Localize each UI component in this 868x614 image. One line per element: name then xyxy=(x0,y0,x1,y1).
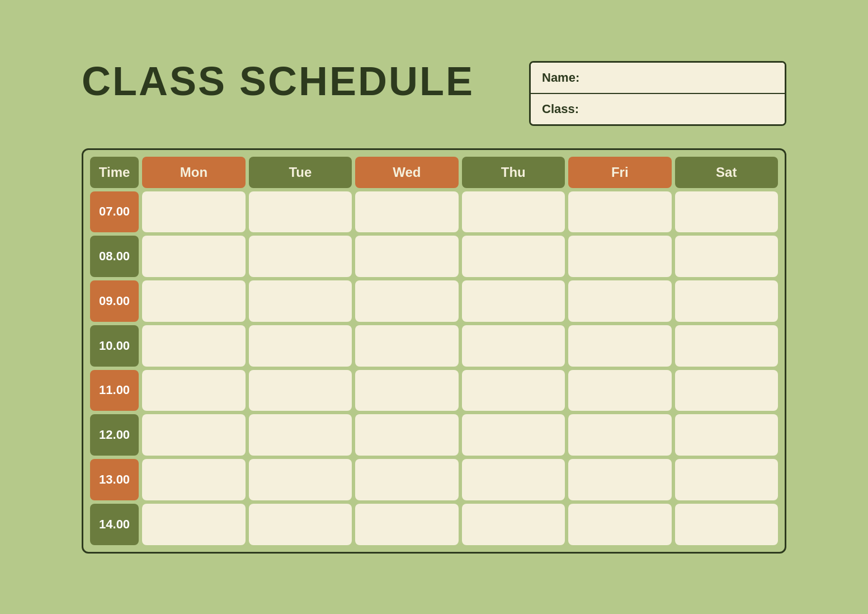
col-fri: Fri xyxy=(568,157,671,188)
cell-mon-0700[interactable] xyxy=(142,191,245,233)
cell-sat-0900[interactable] xyxy=(675,280,779,322)
cell-wed-0900[interactable] xyxy=(355,280,458,322)
cell-thu-1100[interactable] xyxy=(462,370,565,411)
cell-sat-1000[interactable] xyxy=(675,325,779,367)
cell-tue-1200[interactable] xyxy=(249,414,352,456)
table-row: 09.00 xyxy=(90,280,778,322)
cell-tue-0900[interactable] xyxy=(249,280,352,322)
table-row: 08.00 xyxy=(90,236,778,277)
cell-wed-1300[interactable] xyxy=(355,459,458,500)
table-row: 13.00 xyxy=(90,459,778,500)
cell-thu-1000[interactable] xyxy=(462,325,565,367)
time-0800: 08.00 xyxy=(90,236,139,277)
cell-thu-1200[interactable] xyxy=(462,414,565,456)
header-row: Time Mon Tue Wed Thu Fri Sat xyxy=(90,157,778,188)
cell-fri-0700[interactable] xyxy=(568,191,671,233)
class-label[interactable]: Class: xyxy=(531,94,785,124)
cell-tue-1300[interactable] xyxy=(249,459,352,500)
table-row: 12.00 xyxy=(90,414,778,456)
cell-tue-0700[interactable] xyxy=(249,191,352,233)
schedule-table: Time Mon Tue Wed Thu Fri Sat 07.00 xyxy=(83,150,785,552)
cell-mon-1300[interactable] xyxy=(142,459,245,500)
col-tue: Tue xyxy=(249,157,352,188)
col-mon: Mon xyxy=(142,157,245,188)
cell-thu-0900[interactable] xyxy=(462,280,565,322)
cell-thu-1400[interactable] xyxy=(462,504,565,545)
cell-fri-0800[interactable] xyxy=(568,236,671,277)
col-time: Time xyxy=(90,157,139,188)
col-wed: Wed xyxy=(355,157,458,188)
schedule-container: Time Mon Tue Wed Thu Fri Sat 07.00 xyxy=(82,148,786,554)
time-1200: 12.00 xyxy=(90,414,139,456)
page: CLASS SCHEDULE Name: Class: Time Mon Tue… xyxy=(48,39,820,576)
page-title: CLASS SCHEDULE xyxy=(82,61,474,101)
name-label[interactable]: Name: xyxy=(531,63,785,94)
cell-fri-1200[interactable] xyxy=(568,414,671,456)
cell-thu-0700[interactable] xyxy=(462,191,565,233)
cell-sat-0800[interactable] xyxy=(675,236,779,277)
time-0900: 09.00 xyxy=(90,280,139,322)
info-box: Name: Class: xyxy=(529,61,786,126)
cell-fri-0900[interactable] xyxy=(568,280,671,322)
col-sat: Sat xyxy=(675,157,779,188)
cell-tue-1100[interactable] xyxy=(249,370,352,411)
cell-mon-0900[interactable] xyxy=(142,280,245,322)
cell-wed-0800[interactable] xyxy=(355,236,458,277)
cell-fri-1400[interactable] xyxy=(568,504,671,545)
table-row: 14.00 xyxy=(90,504,778,545)
cell-wed-1200[interactable] xyxy=(355,414,458,456)
header: CLASS SCHEDULE Name: Class: xyxy=(82,61,786,126)
table-row: 10.00 xyxy=(90,325,778,367)
cell-sat-1100[interactable] xyxy=(675,370,779,411)
col-thu: Thu xyxy=(462,157,565,188)
cell-fri-1000[interactable] xyxy=(568,325,671,367)
cell-fri-1300[interactable] xyxy=(568,459,671,500)
time-1400: 14.00 xyxy=(90,504,139,545)
table-row: 07.00 xyxy=(90,191,778,233)
table-row: 11.00 xyxy=(90,370,778,411)
cell-sat-1400[interactable] xyxy=(675,504,779,545)
cell-sat-1200[interactable] xyxy=(675,414,779,456)
cell-tue-0800[interactable] xyxy=(249,236,352,277)
cell-fri-1100[interactable] xyxy=(568,370,671,411)
cell-mon-1400[interactable] xyxy=(142,504,245,545)
cell-thu-0800[interactable] xyxy=(462,236,565,277)
cell-tue-1400[interactable] xyxy=(249,504,352,545)
cell-sat-1300[interactable] xyxy=(675,459,779,500)
time-0700: 07.00 xyxy=(90,191,139,233)
cell-mon-1000[interactable] xyxy=(142,325,245,367)
time-1300: 13.00 xyxy=(90,459,139,500)
cell-thu-1300[interactable] xyxy=(462,459,565,500)
cell-mon-1200[interactable] xyxy=(142,414,245,456)
cell-wed-1000[interactable] xyxy=(355,325,458,367)
cell-wed-1100[interactable] xyxy=(355,370,458,411)
time-1100: 11.00 xyxy=(90,370,139,411)
cell-mon-0800[interactable] xyxy=(142,236,245,277)
time-1000: 10.00 xyxy=(90,325,139,367)
cell-wed-1400[interactable] xyxy=(355,504,458,545)
cell-mon-1100[interactable] xyxy=(142,370,245,411)
cell-tue-1000[interactable] xyxy=(249,325,352,367)
cell-sat-0700[interactable] xyxy=(675,191,779,233)
cell-wed-0700[interactable] xyxy=(355,191,458,233)
